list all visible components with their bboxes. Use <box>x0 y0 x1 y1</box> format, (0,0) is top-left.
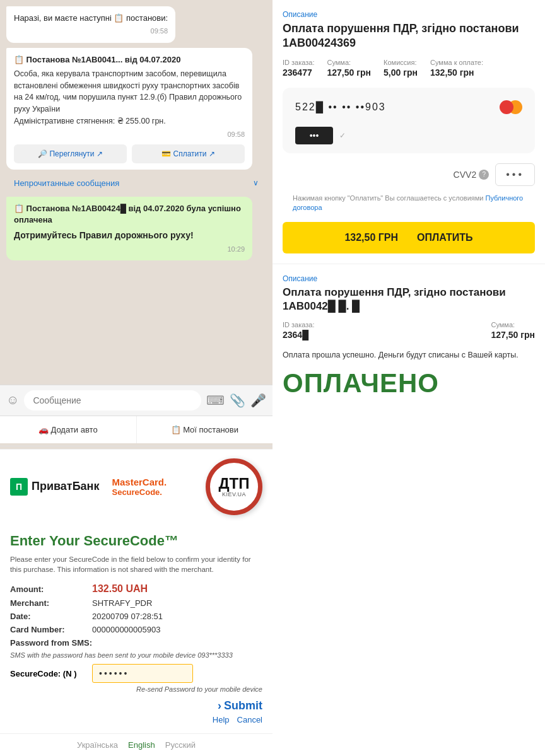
right-panel: Описание Оплата порушення ПДР, згідно по… <box>272 0 545 756</box>
cvv-help-icon[interactable]: ? <box>479 170 489 180</box>
merchant-value: SHTRAFY_PDR <box>92 598 152 608</box>
card-number-value: 000000000005903 <box>92 625 160 634</box>
terms-text: Нажимая кнопку "Оплатить" Вы соглашаетес… <box>283 194 535 213</box>
message-1: Наразі, ви маєте наступні 📋 постанови: 0… <box>6 6 175 43</box>
submit-label: Submit <box>224 699 262 712</box>
message-2-title: 📋 Постанова №1АВ0041... від 04.07.2020 <box>14 54 245 66</box>
message-2-body: Особа, яка керувала транспортним засобом… <box>14 68 245 127</box>
securecode-title: Enter Your SecureCode™ <box>10 533 262 549</box>
resend-link[interactable]: Re-send Password to your mobile device <box>10 685 262 693</box>
mic-icon[interactable]: 🎤 <box>250 393 266 408</box>
amount-value: 132.50 UAH <box>92 583 148 595</box>
card-display-number: 522█ •• •• ••903 <box>295 102 386 113</box>
help-cancel-row: Help Cancel <box>213 715 262 724</box>
dtp-sub: KIEV.UA <box>222 491 246 497</box>
sum-item: Сумма: 127,50 грн <box>327 59 371 78</box>
password-row: Password from SMS: <box>10 638 262 648</box>
left-panel: Наразі, ви маєте наступні 📋 постанови: 0… <box>0 0 272 756</box>
chat-input[interactable] <box>24 390 201 410</box>
preview-button[interactable]: 🔎 Переглянути ↗ <box>14 144 127 163</box>
lang-en[interactable]: English <box>128 740 155 750</box>
cvv-input[interactable]: ••• <box>495 163 535 186</box>
mc-line2: SecureCode. <box>112 487 167 497</box>
message-3: 📋 Постанова №1АВ00424█ від 04.07.2020 бу… <box>6 197 252 260</box>
total-label: Сумма к оплате: <box>430 59 483 66</box>
unread-divider[interactable]: Непрочитанные сообщения ∨ <box>6 175 266 192</box>
top-desc-label: Описание <box>283 10 535 19</box>
help-link[interactable]: Help <box>213 715 230 724</box>
submit-chevron: › <box>218 699 221 712</box>
securecode-desc: Please enter your SecureCode in the fiel… <box>10 554 262 574</box>
merchant-label: Merchant: <box>10 598 92 608</box>
submit-area: › Submit Help Cancel <box>10 699 262 724</box>
chat-area: Наразі, ви маєте наступні 📋 постанови: 0… <box>0 0 272 385</box>
my-decrees-button[interactable]: 📋 Мої постанови <box>137 416 273 443</box>
privatbank-name: ПриватБанк <box>32 480 99 493</box>
bottom-payment-title: Оплата порушення ПДР, згідно постанови 1… <box>283 286 535 313</box>
mc-red-circle <box>500 100 513 114</box>
pay-button[interactable]: 💳 Сплатити ↗ <box>132 144 245 163</box>
password-label: Password from SMS: <box>10 638 92 648</box>
bottom-order-id-item: ID заказа: 2364█ <box>283 321 314 340</box>
add-car-button[interactable]: 🚗 Додати авто <box>0 416 137 443</box>
date-label: Date: <box>10 612 92 621</box>
dtp-logo: ДТП KIEV.UA <box>206 458 262 515</box>
card-expiry-row: ••• ✓ <box>295 127 522 144</box>
order-id-item: ID заказа: 236477 <box>283 59 314 78</box>
bottom-section: П ПриватБанк MasterCard. SecureCode. ДТП… <box>0 449 272 756</box>
top-payment-title: Оплата порушення ПДР, згідно постанови 1… <box>283 21 535 51</box>
bottom-payment-section: Описание Оплата порушення ПДР, згідно по… <box>272 264 545 409</box>
keyboard-icon[interactable]: ⌨ <box>206 393 225 408</box>
expiry-input: ••• <box>295 127 333 144</box>
oplacheno-text: ОПЛАЧЕНО <box>283 368 535 398</box>
amount-row: Amount: 132.50 UAH <box>10 583 262 595</box>
expiry-check: ✓ <box>339 131 346 140</box>
chat-input-area: ☺ ⌨ 📎 🎤 <box>0 385 272 416</box>
attach-icon[interactable]: 📎 <box>230 393 245 408</box>
bottom-order-id-label: ID заказа: <box>283 321 314 329</box>
unread-label: Непрочитанные сообщения <box>14 178 119 188</box>
emoji-icon[interactable]: ☺ <box>6 393 19 407</box>
date-value: 20200709 07:28:51 <box>92 612 163 621</box>
amount-label: Amount: <box>10 584 92 594</box>
dtp-text: ДТП <box>218 476 249 491</box>
securecode-input[interactable] <box>92 664 193 683</box>
submit-button[interactable]: › Submit <box>218 699 262 712</box>
lang-bar: Українська English Русский <box>0 733 272 756</box>
pay-button-main[interactable]: 132,50 ГРН ОПЛАТИТЬ <box>283 222 535 253</box>
securecode-section: Enter Your SecureCode™ Please enter your… <box>0 524 272 733</box>
lang-ua[interactable]: Українська <box>77 740 118 750</box>
message-3-time: 10:29 <box>14 245 245 254</box>
mastercard-icon <box>500 100 522 114</box>
securecode-label: SecureCode: (N ) <box>10 669 92 678</box>
message-1-text: Наразі, ви маєте наступні 📋 постанови: <box>14 13 168 23</box>
pay-amount: 132,50 ГРН <box>344 232 398 243</box>
card-number-row: 522█ •• •• ••903 <box>295 100 522 114</box>
sms-note: SMS with the password has been sent to y… <box>10 651 262 659</box>
sum-value: 127,50 грн <box>327 67 371 78</box>
message-2: 📋 Постанова №1АВ0041... від 04.07.2020 О… <box>6 48 252 170</box>
unread-chevron: ∨ <box>253 178 259 187</box>
cvv-row: CVV2 ? ••• <box>283 163 535 186</box>
cancel-link[interactable]: Cancel <box>237 715 262 724</box>
order-id-value: 236477 <box>283 67 314 78</box>
logos-bar: П ПриватБанк MasterCard. SecureCode. ДТП… <box>0 450 272 524</box>
bottom-sum-item: Сумма: 127,50 грн <box>491 321 535 340</box>
date-row: Date: 20200709 07:28:51 <box>10 612 262 621</box>
bottom-sum-label: Сумма: <box>491 321 535 329</box>
quick-actions: 🚗 Додати авто 📋 Мої постанови <box>0 416 272 443</box>
top-payment-meta: ID заказа: 236477 Сумма: 127,50 грн Коми… <box>283 59 535 78</box>
message-3-body: Дотримуйтесь Правил дорожнього руху! <box>14 230 245 242</box>
bottom-sum-value: 127,50 грн <box>491 330 535 340</box>
commission-label: Комиссия: <box>384 59 418 66</box>
pb-icon: П <box>10 478 28 496</box>
lang-ru[interactable]: Русский <box>165 740 196 750</box>
total-value: 132,50 грн <box>430 67 483 78</box>
total-item: Сумма к оплате: 132,50 грн <box>430 59 483 78</box>
bottom-order-id-value: 2364█ <box>283 330 314 340</box>
message-1-time: 09:58 <box>14 26 168 36</box>
order-id-label: ID заказа: <box>283 59 314 66</box>
merchant-row: Merchant: SHTRAFY_PDR <box>10 598 262 608</box>
card-label: Card Number: <box>10 625 92 634</box>
sum-label: Сумма: <box>327 59 371 66</box>
